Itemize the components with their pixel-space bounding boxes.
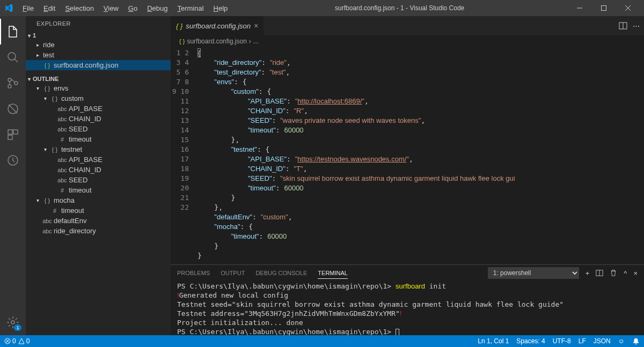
outline-section-header[interactable]: OUTLINE: [26, 75, 171, 83]
outline-item-CHAIN_ID[interactable]: abcCHAIN_ID: [26, 165, 171, 175]
menu-go[interactable]: Go: [124, 2, 142, 14]
minimap[interactable]: [590, 47, 644, 264]
svg-rect-11: [8, 130, 12, 134]
menu-selection[interactable]: Selection: [61, 2, 98, 14]
editor-area: { } surfboard.config.json × ⋯ { } surfbo…: [171, 16, 644, 335]
menu-terminal[interactable]: Terminal: [173, 2, 208, 14]
maximize-button[interactable]: [591, 0, 616, 16]
warnings-status[interactable]: 0: [18, 337, 30, 345]
settings-badge: 1: [14, 324, 21, 331]
menu-debug[interactable]: Debug: [143, 2, 172, 14]
editor-tabs: { } surfboard.config.json × ⋯: [171, 16, 644, 35]
svg-point-8: [14, 82, 18, 85]
explorer-icon[interactable]: [0, 19, 26, 45]
outline-item-SEED[interactable]: abcSEED: [26, 124, 171, 134]
outline-item-SEED[interactable]: abcSEED: [26, 175, 171, 185]
statusbar: 0 0 Ln 1, Col 1 Spaces: 4 UTF-8 LF JSON …: [0, 335, 644, 347]
vscode-logo-icon: [4, 4, 13, 12]
outline-item-defaultEnv[interactable]: abcdefaultEnv: [26, 216, 171, 226]
settings-icon[interactable]: 1: [0, 309, 26, 335]
close-tab-icon[interactable]: ×: [254, 21, 258, 30]
titlebar: FileEditSelectionViewGoDebugTerminalHelp…: [0, 0, 644, 16]
tab-label: surfboard.config.json: [186, 22, 251, 30]
maximize-panel-icon[interactable]: ^: [624, 269, 627, 277]
new-terminal-icon[interactable]: +: [586, 269, 590, 277]
indentation-status[interactable]: Spaces: 4: [516, 337, 545, 345]
svg-point-7: [8, 85, 11, 88]
outline-item-API_BASE[interactable]: abcAPI_BASE: [26, 154, 171, 165]
outline-item-testnet[interactable]: ▾{ }testnet: [26, 144, 171, 154]
panel-tab-terminal[interactable]: TERMINAL: [318, 268, 348, 279]
menu-view[interactable]: View: [99, 2, 123, 14]
encoding-status[interactable]: UTF-8: [553, 337, 571, 345]
menu-file[interactable]: File: [18, 2, 38, 14]
outline-item-custom[interactable]: ▾{ }custom: [26, 93, 171, 104]
outline-item-CHAIN_ID[interactable]: abcCHAIN_ID: [26, 114, 171, 124]
panel-tab-output[interactable]: OUTPUT: [221, 268, 245, 279]
cursor-position[interactable]: Ln 1, Col 1: [478, 337, 509, 345]
menu-help[interactable]: Help: [209, 2, 232, 14]
editor-tab[interactable]: { } surfboard.config.json ×: [171, 16, 264, 35]
window-title: surfboard.config.json - 1 - Visual Studi…: [232, 4, 567, 12]
svg-point-6: [8, 78, 11, 82]
more-actions-icon[interactable]: ⋯: [633, 22, 640, 30]
errors-status[interactable]: 0: [4, 337, 16, 345]
menubar: FileEditSelectionViewGoDebugTerminalHelp: [18, 2, 232, 14]
svg-rect-1: [601, 6, 606, 11]
window-controls: [567, 0, 640, 16]
close-panel-icon[interactable]: ×: [633, 269, 638, 277]
menu-edit[interactable]: Edit: [39, 2, 60, 14]
code-editor[interactable]: 1 2 3 4 5 6 7 8 9 10 11 12 13 14 15 16 1…: [171, 47, 644, 264]
split-editor-icon[interactable]: [619, 21, 627, 30]
panel-tab-problems[interactable]: PROBLEMS: [177, 268, 210, 279]
svg-point-4: [8, 53, 16, 60]
json-file-icon: { }: [179, 38, 185, 45]
outline-item-API_BASE[interactable]: abcAPI_BASE: [26, 104, 171, 114]
svg-line-10: [9, 105, 17, 113]
kill-terminal-icon[interactable]: [610, 269, 617, 277]
split-terminal-icon[interactable]: [596, 269, 603, 277]
line-numbers: 1 2 3 4 5 6 7 8 9 10 11 12 13 14 15 16 1…: [171, 47, 197, 264]
tree-item-test[interactable]: ▸test: [26, 50, 171, 60]
folder-section-header[interactable]: 1: [26, 31, 171, 40]
outline-item-mocha[interactable]: ▾{ }mocha: [26, 195, 171, 205]
language-status[interactable]: JSON: [594, 337, 611, 345]
panel-tabs: PROBLEMSOUTPUTDEBUG CONSOLETERMINAL 1: p…: [171, 265, 644, 279]
eol-status[interactable]: LF: [579, 337, 586, 345]
terminal-output[interactable]: PS C:\Users\Ilya\.babun\cygwin\home\isma…: [171, 279, 644, 335]
activity-bar: 1: [0, 16, 26, 335]
terminal-selector[interactable]: 1: powershell: [488, 267, 579, 279]
panel-tab-debug-console[interactable]: DEBUG CONSOLE: [255, 268, 307, 279]
outline-item-ride_directory[interactable]: abcride_directory: [26, 226, 171, 236]
sidebar: EXPLORER 1 ▸ride▸test{ }surfboard.config…: [26, 16, 171, 335]
feedback-icon[interactable]: ☺: [618, 337, 625, 345]
breadcrumb[interactable]: { } surfboard.config.json › ...: [171, 35, 644, 47]
notifications-icon[interactable]: [632, 337, 640, 345]
close-button[interactable]: [616, 0, 640, 16]
scm-icon[interactable]: [0, 70, 26, 96]
outline-item-envs[interactable]: ▾{ }envs: [26, 83, 171, 93]
outline-item-timeout[interactable]: #timeout: [26, 185, 171, 195]
tree-item-surfboard-config-json[interactable]: { }surfboard.config.json: [26, 60, 171, 70]
debug-icon[interactable]: [0, 96, 26, 122]
bottom-panel: PROBLEMSOUTPUTDEBUG CONSOLETERMINAL 1: p…: [171, 264, 644, 335]
search-icon[interactable]: [0, 45, 26, 70]
extensions-icon[interactable]: [0, 122, 26, 147]
svg-rect-12: [13, 130, 18, 134]
svg-point-15: [11, 321, 14, 324]
code-content[interactable]: { "ride_directory": "ride", "test_direct…: [197, 47, 590, 264]
svg-rect-13: [8, 135, 12, 139]
gitlens-icon[interactable]: [0, 147, 26, 173]
outline-item-timeout[interactable]: #timeout: [26, 134, 171, 144]
minimize-button[interactable]: [567, 0, 591, 16]
tree-item-ride[interactable]: ▸ride: [26, 40, 171, 50]
json-file-icon: { }: [176, 22, 182, 30]
sidebar-title: EXPLORER: [26, 16, 171, 31]
svg-line-5: [14, 59, 18, 62]
outline-item-timeout[interactable]: #timeout: [26, 205, 171, 216]
